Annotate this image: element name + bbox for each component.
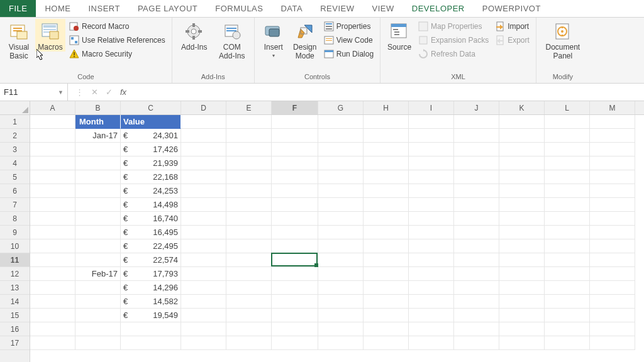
column-header-H[interactable]: H: [364, 101, 409, 114]
cell-B3[interactable]: [75, 143, 121, 156]
xml-import-button[interactable]: Import: [492, 20, 532, 33]
cell-L4[interactable]: [545, 156, 590, 170]
cell-C16[interactable]: [121, 322, 181, 336]
row-header-13[interactable]: 13: [0, 281, 30, 295]
cell-M16[interactable]: [590, 322, 635, 336]
cell-C8[interactable]: €16,740: [121, 212, 181, 226]
cell-I3[interactable]: [409, 143, 454, 156]
tab-file[interactable]: FILE: [0, 0, 36, 17]
cell-H7[interactable]: [364, 198, 409, 212]
cell-A6[interactable]: [30, 184, 75, 198]
tab-insert[interactable]: INSERT: [79, 0, 128, 17]
run-dialog-button[interactable]: Run Dialog: [321, 48, 376, 60]
tab-home[interactable]: HOME: [36, 0, 79, 17]
cell-E9[interactable]: [226, 226, 272, 239]
cell-L2[interactable]: [545, 129, 590, 143]
cell-J11[interactable]: [454, 253, 499, 267]
cell-E2[interactable]: [226, 129, 272, 143]
cell-J10[interactable]: [454, 239, 499, 253]
cell-D2[interactable]: [181, 129, 226, 143]
cell-C4[interactable]: €21,939: [121, 156, 181, 170]
cell-J6[interactable]: [454, 184, 499, 198]
cell-F10[interactable]: [272, 239, 318, 253]
cell-D1[interactable]: [181, 115, 226, 129]
cell-D12[interactable]: [181, 267, 226, 281]
cell-M6[interactable]: [590, 184, 635, 198]
cell-B8[interactable]: [75, 212, 121, 226]
cell-H16[interactable]: [364, 322, 409, 336]
cell-K10[interactable]: [499, 239, 545, 253]
cell-E11[interactable]: [226, 253, 272, 267]
cell-H11[interactable]: [364, 253, 409, 267]
cell-D5[interactable]: [181, 170, 226, 184]
cell-H3[interactable]: [364, 143, 409, 156]
tab-developer[interactable]: DEVELOPER: [403, 0, 474, 17]
cell-A12[interactable]: [30, 267, 75, 281]
cell-A17[interactable]: [30, 336, 75, 350]
cell-C15[interactable]: €19,549: [121, 309, 181, 322]
cell-B5[interactable]: [75, 170, 121, 184]
cell-K9[interactable]: [499, 226, 545, 239]
cell-C17[interactable]: [121, 336, 181, 350]
view-code-button[interactable]: View Code: [321, 34, 376, 47]
cell-D17[interactable]: [181, 336, 226, 350]
cell-H13[interactable]: [364, 281, 409, 295]
cell-M15[interactable]: [590, 309, 635, 322]
cell-L15[interactable]: [545, 309, 590, 322]
cell-D7[interactable]: [181, 198, 226, 212]
cell-A7[interactable]: [30, 198, 75, 212]
fx-icon[interactable]: fx: [120, 87, 126, 97]
cell-H15[interactable]: [364, 309, 409, 322]
expansion-packs-button[interactable]: Expansion Packs: [416, 34, 491, 47]
cell-K11[interactable]: [499, 253, 545, 267]
column-header-B[interactable]: B: [75, 101, 121, 114]
cell-M17[interactable]: [590, 336, 635, 350]
cell-D9[interactable]: [181, 226, 226, 239]
cell-F11[interactable]: [272, 253, 318, 267]
cell-J3[interactable]: [454, 143, 499, 156]
cell-G7[interactable]: [318, 198, 364, 212]
cancel-formula-icon[interactable]: ✕: [91, 87, 98, 97]
row-header-5[interactable]: 5: [0, 170, 30, 184]
cell-M10[interactable]: [590, 239, 635, 253]
cell-K17[interactable]: [499, 336, 545, 350]
cell-A3[interactable]: [30, 143, 75, 156]
cell-L17[interactable]: [545, 336, 590, 350]
cell-C6[interactable]: €24,253: [121, 184, 181, 198]
cell-A4[interactable]: [30, 156, 75, 170]
cell-G14[interactable]: [318, 295, 364, 309]
cell-L9[interactable]: [545, 226, 590, 239]
cell-I12[interactable]: [409, 267, 454, 281]
cell-F6[interactable]: [272, 184, 318, 198]
cell-B2[interactable]: Jan-17: [75, 129, 121, 143]
tab-view[interactable]: VIEW: [364, 0, 403, 17]
cell-B12[interactable]: Feb-17: [75, 267, 121, 281]
cell-M14[interactable]: [590, 295, 635, 309]
document-panel-button[interactable]: Document Panel: [540, 19, 586, 60]
cell-J15[interactable]: [454, 309, 499, 322]
cell-L13[interactable]: [545, 281, 590, 295]
cell-C2[interactable]: €24,301: [121, 129, 181, 143]
cell-B16[interactable]: [75, 322, 121, 336]
cell-E7[interactable]: [226, 198, 272, 212]
cell-J4[interactable]: [454, 156, 499, 170]
cell-J7[interactable]: [454, 198, 499, 212]
cell-A9[interactable]: [30, 226, 75, 239]
cell-H14[interactable]: [364, 295, 409, 309]
row-header-2[interactable]: 2: [0, 129, 30, 143]
cell-E4[interactable]: [226, 156, 272, 170]
cell-H9[interactable]: [364, 226, 409, 239]
cell-L16[interactable]: [545, 322, 590, 336]
column-header-G[interactable]: G: [318, 101, 364, 114]
cell-C11[interactable]: €22,574: [121, 253, 181, 267]
cell-A15[interactable]: [30, 309, 75, 322]
cell-L1[interactable]: [545, 115, 590, 129]
record-macro-button[interactable]: Record Macro: [67, 20, 168, 33]
cell-F1[interactable]: [272, 115, 318, 129]
cell-E15[interactable]: [226, 309, 272, 322]
cell-E1[interactable]: [226, 115, 272, 129]
cell-D3[interactable]: [181, 143, 226, 156]
cell-D14[interactable]: [181, 295, 226, 309]
name-box-input[interactable]: [4, 87, 48, 97]
cell-L5[interactable]: [545, 170, 590, 184]
